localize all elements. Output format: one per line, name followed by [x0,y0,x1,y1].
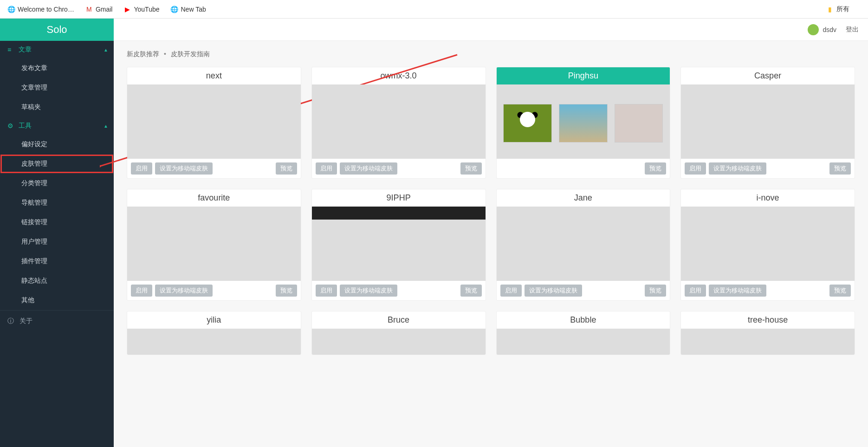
sidebar-item-label: 发布文章 [21,64,47,71]
enable-button[interactable]: 启用 [131,285,152,297]
info-icon: ⓘ [7,317,14,324]
sidebar-section-articles[interactable]: ≡ 文章 ▲ [0,41,114,58]
preview-button[interactable]: 预览 [829,285,851,297]
skin-thumbnail[interactable] [497,329,670,355]
skin-card: Casper启用设置为移动端皮肤预览 [680,67,855,179]
skin-title: next [127,67,301,84]
skin-card: favourite启用设置为移动端皮肤预览 [127,189,301,301]
skin-thumbnail[interactable] [681,84,855,159]
skin-thumbnail[interactable] [127,84,301,159]
skin-thumbnail[interactable] [127,207,301,281]
skin-card: Pinghsu预览 [496,67,671,179]
skin-thumbnail[interactable] [681,329,855,355]
sidebar-item-article-manage[interactable]: 文章管理 [0,78,114,97]
bookmark-welcome[interactable]: 🌐 Welcome to Chro… [7,6,74,13]
breadcrumb-link-guide[interactable]: 皮肤开发指南 [171,50,210,58]
skin-footer: 预览 [497,159,670,178]
skin-title: Pinghsu [497,67,670,84]
skin-thumbnail[interactable] [497,84,670,159]
preview-button[interactable]: 预览 [645,162,666,175]
username[interactable]: dsdv [823,26,836,33]
breadcrumb: 新皮肤推荐 • 皮肤开发指南 [127,50,855,58]
bookmark-label: 所有 [836,5,849,13]
set-mobile-skin-button[interactable]: 设置为移动端皮肤 [155,162,213,175]
set-mobile-skin-button[interactable]: 设置为移动端皮肤 [525,285,582,297]
skin-thumbnail[interactable] [312,84,486,159]
skin-title: i-nove [681,189,855,207]
sidebar-item-other[interactable]: 其他 [0,291,114,310]
skin-card: Bruce [311,311,486,355]
skin-thumbnail[interactable] [312,207,486,281]
skin-card: 9IPHP启用设置为移动端皮肤预览 [311,189,486,301]
skin-grid: next启用设置为移动端皮肤预览owmx-3.0启用设置为移动端皮肤预览Ping… [127,67,855,355]
skin-footer: 启用设置为移动端皮肤预览 [127,281,301,300]
sidebar-item-plugins[interactable]: 插件管理 [0,252,114,271]
skin-thumbnail[interactable] [497,207,670,281]
section-label: 工具 [19,122,32,130]
skin-thumbnail[interactable] [127,329,301,355]
skin-title: 9IPHP [312,189,486,207]
preview-button[interactable]: 预览 [645,285,666,297]
set-mobile-skin-button[interactable]: 设置为移动端皮肤 [709,285,766,297]
sidebar-item-label: 用户管理 [21,238,47,245]
enable-button[interactable]: 启用 [500,285,522,297]
skin-card: next启用设置为移动端皮肤预览 [127,67,301,179]
enable-button[interactable]: 启用 [316,285,337,297]
preview-button[interactable]: 预览 [460,162,482,175]
sidebar-item-users[interactable]: 用户管理 [0,232,114,252]
skin-thumbnail[interactable] [681,207,855,281]
skin-card: owmx-3.0启用设置为移动端皮肤预览 [311,67,486,179]
bookmark-label: YouTube [134,6,159,13]
bookmark-label: New Tab [181,6,206,13]
chevron-up-icon: ▲ [104,47,108,52]
brand-logo[interactable]: Solo [0,19,114,41]
breadcrumb-link-recommend[interactable]: 新皮肤推荐 [127,50,159,58]
gear-icon: ⚙ [7,122,15,130]
section-label: 文章 [19,45,32,54]
enable-button[interactable]: 启用 [131,162,152,175]
sidebar-section-tools[interactable]: ⚙ 工具 ▲ [0,117,114,135]
bookmark-label: Gmail [96,6,113,13]
skin-title: Bubble [497,311,670,329]
bookmark-gmail[interactable]: M Gmail [85,6,113,13]
set-mobile-skin-button[interactable]: 设置为移动端皮肤 [340,162,397,175]
logout-link[interactable]: 登出 [846,26,859,34]
skin-title: Bruce [312,311,486,329]
sidebar: Solo ≡ 文章 ▲ 发布文章 文章管理 草稿夹 ⚙ 工具 ▲ 偏好设定 皮肤… [0,19,114,447]
skin-title: tree-house [681,311,855,329]
set-mobile-skin-button[interactable]: 设置为移动端皮肤 [340,285,397,297]
globe-icon: 🌐 [7,6,15,13]
sidebar-item-links[interactable]: 链接管理 [0,213,114,232]
preview-button[interactable]: 预览 [460,285,482,297]
sidebar-item-about[interactable]: ⓘ 关于 [0,310,114,332]
sidebar-item-publish[interactable]: 发布文章 [0,58,114,78]
globe-icon: 🌐 [170,6,178,13]
skin-card: Bubble [496,311,671,355]
youtube-icon: ▶ [123,6,131,13]
bookmark-folder-right[interactable]: ▮ 所有 [826,5,849,13]
preview-button[interactable]: 预览 [829,162,851,175]
sidebar-item-nav[interactable]: 导航管理 [0,193,114,213]
sidebar-item-preferences[interactable]: 偏好设定 [0,135,114,154]
set-mobile-skin-button[interactable]: 设置为移动端皮肤 [709,162,766,175]
avatar[interactable] [808,24,819,35]
sidebar-item-label: 其他 [21,296,34,304]
preview-button[interactable]: 预览 [276,162,297,175]
set-mobile-skin-button[interactable]: 设置为移动端皮肤 [155,285,213,297]
sidebar-item-drafts[interactable]: 草稿夹 [0,97,114,117]
bookmark-youtube[interactable]: ▶ YouTube [123,6,159,13]
skin-title: Casper [681,67,855,84]
sidebar-item-categories[interactable]: 分类管理 [0,174,114,193]
enable-button[interactable]: 启用 [316,162,337,175]
gmail-icon: M [85,6,93,13]
skin-thumbnail[interactable] [312,329,486,355]
preview-button[interactable]: 预览 [276,285,297,297]
skin-title: owmx-3.0 [312,67,486,84]
sidebar-item-skins[interactable]: 皮肤管理 [0,154,114,174]
skin-footer: 启用设置为移动端皮肤预览 [127,159,301,178]
chevron-up-icon: ▲ [104,123,108,129]
enable-button[interactable]: 启用 [685,285,706,297]
bookmark-newtab[interactable]: 🌐 New Tab [170,6,206,13]
enable-button[interactable]: 启用 [685,162,706,175]
sidebar-item-static[interactable]: 静态站点 [0,271,114,291]
